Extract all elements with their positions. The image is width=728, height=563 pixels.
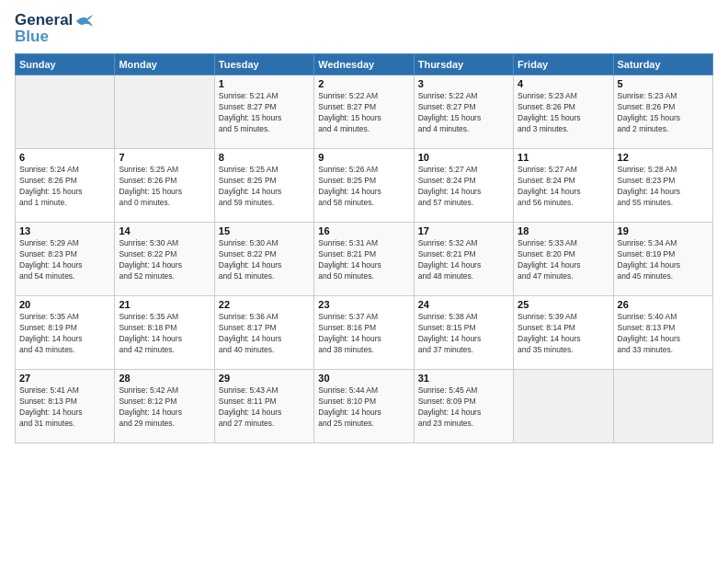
day-number: 20 <box>19 299 110 310</box>
calendar-cell <box>514 370 613 443</box>
calendar-week-row: 13Sunrise: 5:29 AM Sunset: 8:23 PM Dayli… <box>16 223 713 296</box>
calendar-cell: 30Sunrise: 5:44 AM Sunset: 8:10 PM Dayli… <box>314 370 414 443</box>
calendar-cell: 31Sunrise: 5:45 AM Sunset: 8:09 PM Dayli… <box>414 370 513 443</box>
calendar-cell: 27Sunrise: 5:41 AM Sunset: 8:13 PM Dayli… <box>16 370 115 443</box>
calendar-week-row: 20Sunrise: 5:35 AM Sunset: 8:19 PM Dayli… <box>16 296 713 370</box>
calendar-header-row: SundayMondayTuesdayWednesdayThursdayFrid… <box>16 54 713 75</box>
calendar-week-row: 27Sunrise: 5:41 AM Sunset: 8:13 PM Dayli… <box>16 370 713 443</box>
day-number: 30 <box>318 373 409 384</box>
day-number: 24 <box>418 299 509 310</box>
weekday-header: Thursday <box>414 54 513 75</box>
day-number: 23 <box>318 299 409 310</box>
page: General Blue SundayMondayTuesdayWednesda… <box>0 0 728 563</box>
day-number: 7 <box>119 152 210 163</box>
calendar-cell: 14Sunrise: 5:30 AM Sunset: 8:22 PM Dayli… <box>115 223 214 296</box>
day-number: 8 <box>219 152 310 163</box>
calendar-cell: 15Sunrise: 5:30 AM Sunset: 8:22 PM Dayli… <box>214 223 313 296</box>
calendar-cell: 25Sunrise: 5:39 AM Sunset: 8:14 PM Dayli… <box>514 296 613 370</box>
calendar-cell: 17Sunrise: 5:32 AM Sunset: 8:21 PM Dayli… <box>414 223 513 296</box>
calendar-cell: 16Sunrise: 5:31 AM Sunset: 8:21 PM Dayli… <box>314 223 414 296</box>
day-number: 3 <box>418 78 509 89</box>
calendar-cell: 28Sunrise: 5:42 AM Sunset: 8:12 PM Dayli… <box>115 370 214 443</box>
day-info: Sunrise: 5:39 AM Sunset: 8:14 PM Dayligh… <box>518 312 609 356</box>
day-info: Sunrise: 5:27 AM Sunset: 8:24 PM Dayligh… <box>518 165 609 209</box>
day-info: Sunrise: 5:37 AM Sunset: 8:16 PM Dayligh… <box>318 312 409 356</box>
calendar-cell: 23Sunrise: 5:37 AM Sunset: 8:16 PM Dayli… <box>314 296 414 370</box>
day-number: 27 <box>19 373 110 384</box>
weekday-header: Monday <box>115 54 214 75</box>
day-info: Sunrise: 5:22 AM Sunset: 8:27 PM Dayligh… <box>318 91 409 135</box>
day-number: 26 <box>618 299 709 310</box>
day-number: 12 <box>618 152 709 163</box>
calendar-cell: 2Sunrise: 5:22 AM Sunset: 8:27 PM Daylig… <box>314 75 414 149</box>
calendar-cell: 10Sunrise: 5:27 AM Sunset: 8:24 PM Dayli… <box>414 149 513 223</box>
day-number: 11 <box>518 152 609 163</box>
calendar-cell: 5Sunrise: 5:23 AM Sunset: 8:26 PM Daylig… <box>613 75 712 149</box>
day-number: 25 <box>518 299 609 310</box>
weekday-header: Saturday <box>613 54 712 75</box>
calendar-table: SundayMondayTuesdayWednesdayThursdayFrid… <box>15 53 713 443</box>
day-info: Sunrise: 5:33 AM Sunset: 8:20 PM Dayligh… <box>518 238 609 282</box>
calendar-cell: 29Sunrise: 5:43 AM Sunset: 8:11 PM Dayli… <box>214 370 313 443</box>
day-number: 4 <box>518 78 609 89</box>
day-info: Sunrise: 5:30 AM Sunset: 8:22 PM Dayligh… <box>219 238 310 282</box>
day-number: 13 <box>19 225 110 236</box>
weekday-header: Sunday <box>16 54 115 75</box>
calendar-cell: 21Sunrise: 5:35 AM Sunset: 8:18 PM Dayli… <box>115 296 214 370</box>
day-info: Sunrise: 5:23 AM Sunset: 8:26 PM Dayligh… <box>518 91 609 135</box>
calendar-cell: 26Sunrise: 5:40 AM Sunset: 8:13 PM Dayli… <box>613 296 712 370</box>
day-info: Sunrise: 5:23 AM Sunset: 8:26 PM Dayligh… <box>618 91 709 135</box>
day-info: Sunrise: 5:21 AM Sunset: 8:27 PM Dayligh… <box>219 91 310 135</box>
calendar-cell: 6Sunrise: 5:24 AM Sunset: 8:26 PM Daylig… <box>16 149 115 223</box>
day-info: Sunrise: 5:36 AM Sunset: 8:17 PM Dayligh… <box>219 312 310 356</box>
day-info: Sunrise: 5:32 AM Sunset: 8:21 PM Dayligh… <box>418 238 509 282</box>
day-info: Sunrise: 5:40 AM Sunset: 8:13 PM Dayligh… <box>618 312 709 356</box>
day-info: Sunrise: 5:34 AM Sunset: 8:19 PM Dayligh… <box>618 238 709 282</box>
calendar-cell <box>115 75 214 149</box>
logo-text: General <box>15 11 95 29</box>
calendar-cell: 11Sunrise: 5:27 AM Sunset: 8:24 PM Dayli… <box>514 149 613 223</box>
day-info: Sunrise: 5:27 AM Sunset: 8:24 PM Dayligh… <box>418 165 509 209</box>
calendar-cell: 9Sunrise: 5:26 AM Sunset: 8:25 PM Daylig… <box>314 149 414 223</box>
day-info: Sunrise: 5:25 AM Sunset: 8:26 PM Dayligh… <box>119 165 210 209</box>
header: General Blue <box>15 11 713 46</box>
day-info: Sunrise: 5:22 AM Sunset: 8:27 PM Dayligh… <box>418 91 509 135</box>
calendar-week-row: 6Sunrise: 5:24 AM Sunset: 8:26 PM Daylig… <box>16 149 713 223</box>
day-info: Sunrise: 5:45 AM Sunset: 8:09 PM Dayligh… <box>418 385 509 430</box>
calendar-cell: 3Sunrise: 5:22 AM Sunset: 8:27 PM Daylig… <box>414 75 513 149</box>
day-info: Sunrise: 5:25 AM Sunset: 8:25 PM Dayligh… <box>219 165 310 209</box>
day-number: 29 <box>219 373 310 384</box>
calendar-cell: 20Sunrise: 5:35 AM Sunset: 8:19 PM Dayli… <box>16 296 115 370</box>
day-number: 21 <box>119 299 210 310</box>
day-info: Sunrise: 5:42 AM Sunset: 8:12 PM Dayligh… <box>119 385 210 430</box>
calendar-week-row: 1Sunrise: 5:21 AM Sunset: 8:27 PM Daylig… <box>16 75 713 149</box>
day-info: Sunrise: 5:35 AM Sunset: 8:18 PM Dayligh… <box>119 312 210 356</box>
calendar-cell: 24Sunrise: 5:38 AM Sunset: 8:15 PM Dayli… <box>414 296 513 370</box>
day-number: 1 <box>219 78 310 89</box>
day-number: 17 <box>418 225 509 236</box>
day-number: 28 <box>119 373 210 384</box>
day-number: 6 <box>19 152 110 163</box>
calendar-cell: 12Sunrise: 5:28 AM Sunset: 8:23 PM Dayli… <box>613 149 712 223</box>
day-number: 19 <box>618 225 709 236</box>
day-number: 31 <box>418 373 509 384</box>
day-info: Sunrise: 5:29 AM Sunset: 8:23 PM Dayligh… <box>19 238 110 282</box>
day-number: 9 <box>318 152 409 163</box>
day-info: Sunrise: 5:28 AM Sunset: 8:23 PM Dayligh… <box>618 165 709 209</box>
logo-blue: Blue <box>15 28 49 46</box>
calendar-cell: 13Sunrise: 5:29 AM Sunset: 8:23 PM Dayli… <box>16 223 115 296</box>
logo: General Blue <box>15 11 95 46</box>
calendar-cell: 22Sunrise: 5:36 AM Sunset: 8:17 PM Dayli… <box>214 296 313 370</box>
day-info: Sunrise: 5:30 AM Sunset: 8:22 PM Dayligh… <box>119 238 210 282</box>
day-info: Sunrise: 5:24 AM Sunset: 8:26 PM Dayligh… <box>19 165 110 209</box>
day-number: 22 <box>219 299 310 310</box>
day-info: Sunrise: 5:38 AM Sunset: 8:15 PM Dayligh… <box>418 312 509 356</box>
calendar-cell: 7Sunrise: 5:25 AM Sunset: 8:26 PM Daylig… <box>115 149 214 223</box>
day-info: Sunrise: 5:35 AM Sunset: 8:19 PM Dayligh… <box>19 312 110 356</box>
weekday-header: Friday <box>514 54 613 75</box>
calendar-cell: 1Sunrise: 5:21 AM Sunset: 8:27 PM Daylig… <box>214 75 313 149</box>
logo-bird-icon <box>74 14 95 29</box>
day-number: 18 <box>518 225 609 236</box>
day-number: 5 <box>618 78 709 89</box>
calendar-cell: 18Sunrise: 5:33 AM Sunset: 8:20 PM Dayli… <box>514 223 613 296</box>
